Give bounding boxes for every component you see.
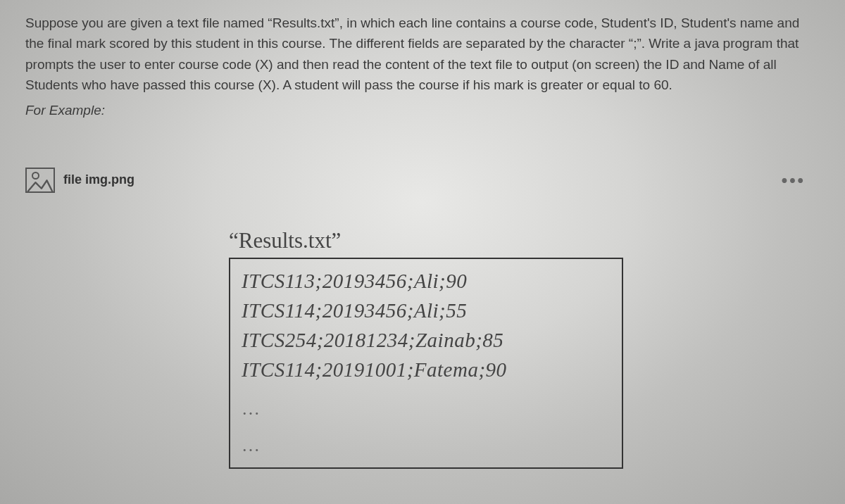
question-body: Suppose you are given a text file named …: [0, 0, 845, 103]
attachment-row: file img.png •••: [0, 153, 845, 207]
file-line: ITCS113;20193456;Ali;90: [242, 266, 611, 296]
file-content-box: ITCS113;20193456;Ali;90 ITCS114;20193456…: [229, 258, 623, 469]
more-options-icon[interactable]: •••: [782, 170, 820, 190]
file-preview: “Results.txt” ITCS113;20193456;Ali;90 IT…: [229, 228, 623, 469]
attachment-left[interactable]: file img.png: [25, 168, 134, 193]
attachment-filename: file img.png: [63, 172, 134, 187]
file-line: ITCS114;20191001;Fatema;90: [242, 355, 611, 384]
file-line: ITCS114;20193456;Ali;55: [242, 296, 611, 325]
ellipsis-line: …: [242, 434, 611, 458]
file-title: “Results.txt”: [229, 228, 623, 253]
image-icon: [25, 168, 55, 193]
file-line: ITCS254;20181234;Zainab;85: [242, 325, 611, 355]
for-example-label: For Example:: [0, 103, 845, 132]
mountain-svg: [27, 178, 54, 192]
ellipsis-line: …: [242, 397, 611, 421]
